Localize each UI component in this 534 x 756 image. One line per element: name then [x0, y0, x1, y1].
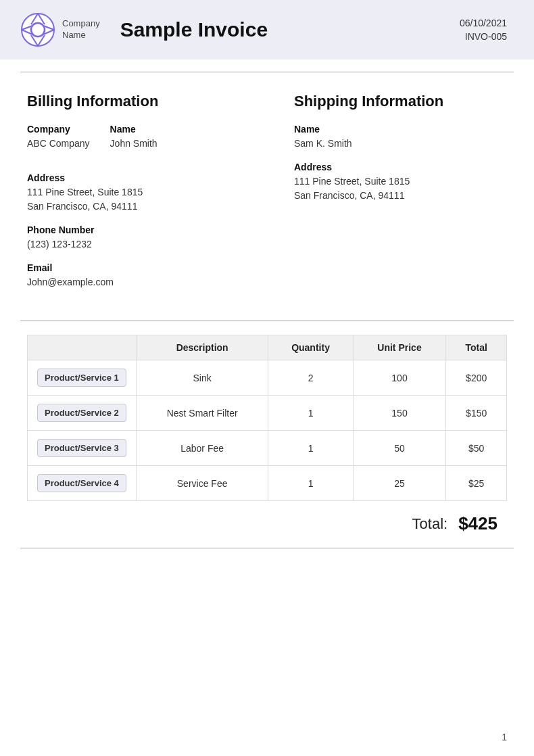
description-cell: Service Fee: [136, 466, 268, 501]
service-label: Product/Service 3: [37, 439, 126, 457]
col-header-empty: [28, 335, 137, 360]
quantity-cell: 2: [268, 360, 353, 396]
billing-address-line2: San Francisco, CA, 94111: [27, 199, 240, 214]
shipping-address-field: Address 111 Pine Street, Suite 1815 San …: [294, 162, 507, 203]
header: Company Name Sample Invoice 06/10/2021 I…: [0, 0, 534, 60]
billing-section-title: Billing Information: [27, 93, 240, 110]
invoice-date: 06/10/2021: [460, 18, 507, 28]
table-row: Product/Service 4Service Fee125$25: [28, 466, 507, 501]
unit-price-cell: 100: [353, 360, 446, 396]
svg-point-0: [22, 14, 54, 46]
header-right: 06/10/2021 INVO-005: [460, 18, 507, 42]
table-row: Product/Service 2Nest Smart Filter1150$1…: [28, 396, 507, 431]
company-name-text: Company Name: [62, 18, 100, 41]
shipping-name-label: Name: [294, 124, 507, 135]
table-section: Description Quantity Unit Price Total Pr…: [27, 335, 507, 541]
info-divider: [20, 321, 514, 321]
unit-price-cell: 50: [353, 431, 446, 466]
table-row: Product/Service 3Labor Fee150$50: [28, 431, 507, 466]
billing-company-label: Company: [27, 124, 90, 135]
invoice-number: INVO-005: [460, 31, 507, 42]
billing-phone-label: Phone Number: [27, 225, 240, 235]
table-header-row: Description Quantity Unit Price Total: [28, 335, 507, 360]
shipping-address-label: Address: [294, 162, 507, 172]
total-cell: $50: [446, 431, 507, 466]
billing-company-field: Company ABC Company: [27, 124, 90, 151]
service-cell: Product/Service 2: [28, 396, 137, 431]
total-cell: $25: [446, 466, 507, 501]
billing-name-field: Name John Smith: [110, 124, 157, 151]
quantity-cell: 1: [268, 396, 353, 431]
billing-email-field: Email John@example.com: [27, 262, 240, 289]
company-logo-icon: [20, 12, 55, 47]
billing-address-line1: 111 Pine Street, Suite 1815: [27, 185, 240, 199]
col-header-quantity: Quantity: [268, 335, 353, 360]
total-cell: $150: [446, 396, 507, 431]
service-cell: Product/Service 4: [28, 466, 137, 501]
billing-name-label: Name: [110, 124, 157, 135]
col-header-total: Total: [446, 335, 507, 360]
total-value: $425: [458, 513, 497, 534]
billing-address-label: Address: [27, 172, 240, 183]
shipping-section-title: Shipping Information: [294, 93, 507, 110]
body-content: Billing Information Company ABC Company …: [0, 72, 534, 575]
service-label: Product/Service 1: [37, 369, 126, 387]
shipping-address-line2: San Francisco, CA, 94111: [294, 189, 507, 203]
service-label: Product/Service 4: [37, 474, 126, 492]
bottom-divider: [20, 548, 514, 548]
unit-price-cell: 25: [353, 466, 446, 501]
total-cell: $200: [446, 360, 507, 396]
quantity-cell: 1: [268, 431, 353, 466]
description-cell: Nest Smart Filter: [136, 396, 268, 431]
billing-phone-field: Phone Number (123) 123-1232: [27, 225, 240, 252]
shipping-info: Shipping Information Name Sam K. Smith A…: [267, 93, 507, 300]
quantity-cell: 1: [268, 466, 353, 501]
info-section: Billing Information Company ABC Company …: [27, 93, 507, 300]
page-number: 1: [502, 732, 507, 742]
shipping-address-line1: 111 Pine Street, Suite 1815: [294, 174, 507, 189]
total-label: Total:: [412, 515, 448, 533]
service-cell: Product/Service 3: [28, 431, 137, 466]
service-label: Product/Service 2: [37, 404, 126, 422]
shipping-name-field: Name Sam K. Smith: [294, 124, 507, 151]
unit-price-cell: 150: [353, 396, 446, 431]
billing-address-field: Address 111 Pine Street, Suite 1815 San …: [27, 172, 240, 214]
service-cell: Product/Service 1: [28, 360, 137, 396]
description-cell: Labor Fee: [136, 431, 268, 466]
billing-name-value: John Smith: [110, 137, 157, 151]
billing-info: Billing Information Company ABC Company …: [27, 93, 267, 300]
billing-company-name-grid: Company ABC Company Name John Smith: [27, 124, 240, 162]
billing-email-label: Email: [27, 262, 240, 273]
invoice-table: Description Quantity Unit Price Total Pr…: [27, 335, 507, 501]
billing-phone-value: (123) 123-1232: [27, 237, 240, 252]
invoice-title: Sample Invoice: [120, 18, 268, 41]
billing-company-value: ABC Company: [27, 137, 90, 151]
col-header-unit-price: Unit Price: [353, 335, 446, 360]
table-row: Product/Service 1Sink2100$200: [28, 360, 507, 396]
shipping-name-value: Sam K. Smith: [294, 137, 507, 151]
description-cell: Sink: [136, 360, 268, 396]
invoice-page: Company Name Sample Invoice 06/10/2021 I…: [0, 0, 534, 756]
billing-email-value: John@example.com: [27, 275, 240, 289]
header-left: Company Name Sample Invoice: [20, 12, 268, 47]
col-header-description: Description: [136, 335, 268, 360]
total-row: Total: $425: [27, 501, 507, 541]
